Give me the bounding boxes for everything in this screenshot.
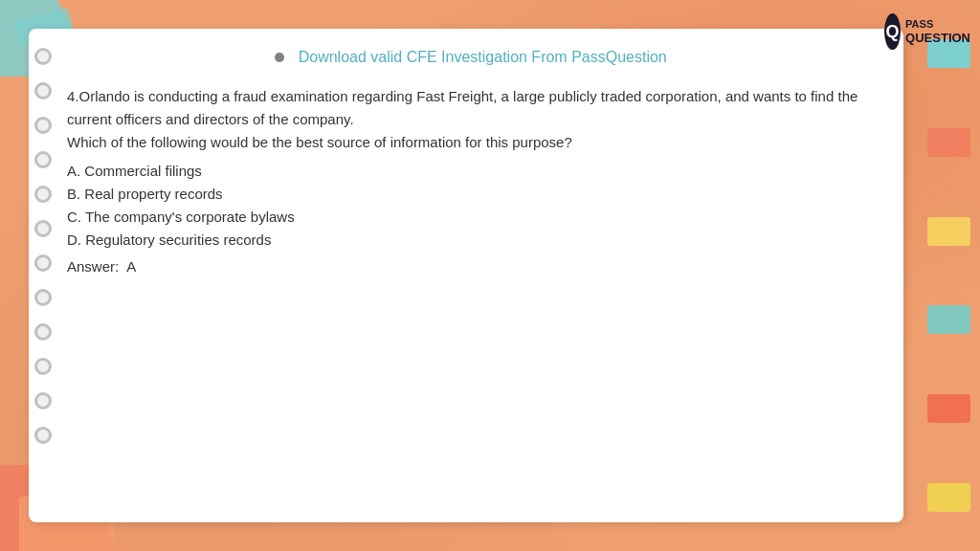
logo-icon: Q xyxy=(884,13,901,50)
ring-11 xyxy=(34,392,52,409)
option-a: A. Commercial filings xyxy=(67,160,875,183)
sticker-6 xyxy=(927,483,970,512)
right-stickers xyxy=(923,0,980,551)
ring-9 xyxy=(34,323,52,341)
sticker-4 xyxy=(927,305,970,334)
answer-label: Answer: xyxy=(67,258,119,275)
answer-line: Answer: A xyxy=(67,255,875,278)
ring-2 xyxy=(34,82,52,99)
spiral-binding xyxy=(29,29,57,522)
question-paragraph: 4.Orlando is conducting a fraud examinat… xyxy=(67,85,875,154)
logo-pass: PASS xyxy=(905,18,970,31)
ring-1 xyxy=(34,48,52,65)
logo-text: PASS QUESTION xyxy=(905,18,970,46)
header-bullet xyxy=(275,53,284,62)
ring-6 xyxy=(34,220,52,237)
ring-8 xyxy=(34,289,52,306)
logo-question: QUESTION xyxy=(905,31,970,46)
notebook: Download valid CFE Investigation From Pa… xyxy=(29,29,903,522)
option-d: D. Regulatory securities records xyxy=(67,229,875,252)
content-area: Download valid CFE Investigation From Pa… xyxy=(57,29,903,522)
option-b: B. Real property records xyxy=(67,183,875,206)
ring-10 xyxy=(34,358,52,375)
ring-7 xyxy=(34,254,52,272)
ring-5 xyxy=(34,186,52,203)
sticker-5 xyxy=(927,394,970,423)
ring-12 xyxy=(34,427,52,444)
logo: Q PASS QUESTION xyxy=(884,8,970,55)
ring-4 xyxy=(34,151,52,168)
question-body: 4.Orlando is conducting a fraud examinat… xyxy=(67,85,875,278)
header-text: Download valid CFE Investigation From Pa… xyxy=(299,49,667,65)
sticker-3 xyxy=(927,217,970,246)
header-banner: Download valid CFE Investigation From Pa… xyxy=(67,48,875,66)
option-c: C. The company's corporate bylaws xyxy=(67,206,875,229)
ring-3 xyxy=(34,117,52,134)
sticker-2 xyxy=(927,128,970,157)
answer-value: A xyxy=(126,258,136,275)
